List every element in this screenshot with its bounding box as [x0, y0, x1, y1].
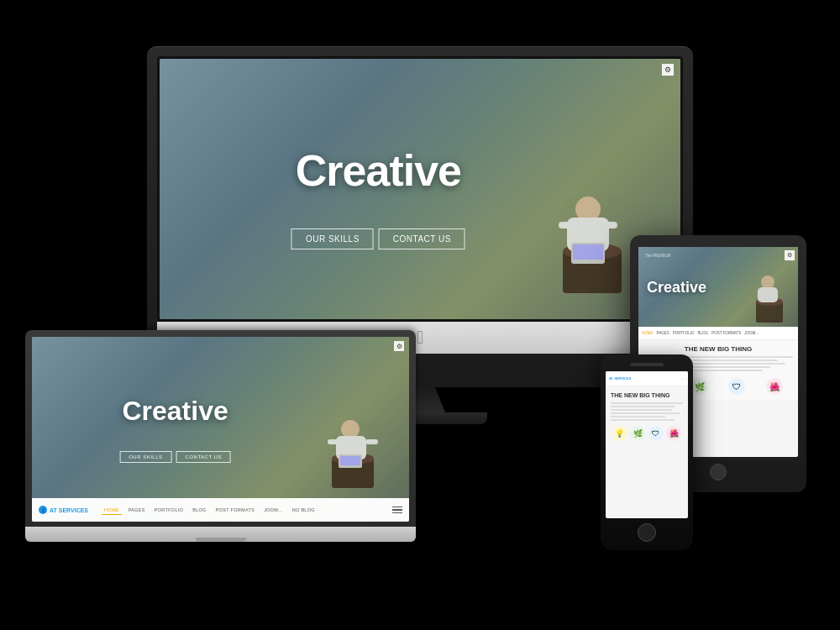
phone: AT SERVICES ··· THE NEW BIG THING	[601, 354, 693, 550]
laptop-nav-portfolio[interactable]: PORTFOLIO	[152, 506, 186, 515]
laptop-nav-noblog[interactable]: NO BLOG	[290, 506, 318, 515]
laptop-nav-pages[interactable]: PAGES	[126, 506, 148, 515]
phone-nav-dot: ···	[681, 376, 685, 381]
tablet-nav-portfolio[interactable]: PORTFOLIO	[673, 331, 695, 335]
tablet-nav-pages[interactable]: PAGES	[657, 331, 669, 335]
tablet-section-title: THE NEW BIG THING	[643, 345, 793, 353]
phone-screen: AT SERVICES ··· THE NEW BIG THING	[606, 371, 688, 518]
svg-point-10	[341, 420, 360, 438]
tablet-nav-postformats[interactable]: POST FORMATS	[711, 331, 741, 335]
phone-icon-shield: 🛡	[648, 426, 664, 441]
tablet-nav-home[interactable]: HOME	[642, 331, 654, 335]
laptop-screen: ⚙ Creative OUR SKILLS CONTACT US 👤 AT SE…	[32, 337, 409, 522]
desktop-contact-button[interactable]: CONTACT US	[379, 228, 465, 249]
tablet-gear-icon[interactable]: ⚙	[785, 250, 795, 260]
laptop-contact-button[interactable]: CONTACT US	[176, 451, 231, 463]
desktop-skills-button[interactable]: OUR SKILLS	[291, 228, 374, 249]
laptop-hero-person	[307, 387, 386, 488]
laptop: ⚙ Creative OUR SKILLS CONTACT US 👤 AT SE…	[25, 330, 416, 542]
desktop-hero-person	[521, 142, 638, 293]
tablet-home-button[interactable]	[710, 464, 727, 480]
tablet-nav-blog[interactable]: BLOG	[698, 331, 709, 335]
desktop-hero-buttons: OUR SKILLS CONTACT US	[291, 228, 465, 249]
phone-icon-light: 💡	[612, 426, 627, 441]
tablet-hero: The PREMIUM ⚙ Creative	[638, 247, 798, 327]
laptop-lid: ⚙ Creative OUR SKILLS CONTACT US 👤 AT SE…	[25, 330, 416, 527]
phone-section-title: THE NEW BIG THING	[611, 391, 683, 399]
tablet-icon-flower: 🌺	[766, 378, 783, 395]
svg-rect-19	[758, 287, 778, 302]
scene: ⚙ Creative OUR SKILLS CONTACT US 	[0, 0, 840, 630]
tablet-hero-person	[741, 255, 791, 323]
phone-nav-dots: ···	[681, 376, 685, 381]
laptop-navbar: 👤 AT SERVICES HOME PAGES PORTFOLIO BLOG …	[32, 498, 409, 522]
phone-outer: AT SERVICES ··· THE NEW BIG THING	[601, 354, 693, 550]
phone-text-line	[611, 406, 675, 407]
desktop-hero-title: Creative	[296, 145, 461, 196]
tablet-premium-badge: The PREMIUM	[645, 254, 670, 259]
phone-body: THE NEW BIG THING 💡 🌿 🛡 🌺	[606, 386, 688, 446]
phone-header: AT SERVICES ···	[606, 371, 688, 386]
laptop-navbar-links: HOME PAGES PORTFOLIO BLOG POST FORMATS J…	[102, 506, 318, 515]
laptop-logo-icon: 👤	[39, 506, 47, 514]
monitor-bezel: ⚙ Creative OUR SKILLS CONTACT US	[157, 56, 683, 322]
phone-home-button[interactable]	[638, 523, 656, 542]
phone-icons-row: 💡 🌿 🛡 🌺	[611, 426, 683, 441]
tablet-hero-title: Creative	[647, 278, 706, 296]
laptop-hero-buttons: OUR SKILLS CONTACT US	[119, 451, 231, 463]
tablet-nav-joomla[interactable]: JOOM...	[744, 331, 759, 335]
laptop-base	[25, 527, 416, 542]
laptop-navbar-logo: 👤 AT SERVICES	[39, 506, 88, 514]
desktop-screen: ⚙ Creative OUR SKILLS CONTACT US	[160, 59, 680, 319]
laptop-hero-title: Creative	[122, 396, 228, 427]
phone-logo: AT SERVICES	[609, 376, 631, 381]
svg-rect-15	[340, 456, 360, 465]
laptop-nav-blog[interactable]: BLOG	[190, 506, 208, 515]
svg-point-18	[761, 276, 774, 289]
phone-text-lines	[611, 402, 683, 421]
phone-text-line	[611, 409, 672, 411]
svg-rect-5	[601, 222, 617, 228]
laptop-nav-joomla[interactable]: JOOM...	[261, 506, 286, 515]
phone-icon-plant: 🌿	[630, 426, 645, 441]
laptop-skills-button[interactable]: OUR SKILLS	[119, 451, 171, 463]
phone-text-line	[611, 419, 675, 421]
phone-text-line	[611, 416, 665, 417]
laptop-hamburger-icon[interactable]	[392, 506, 402, 514]
desktop-gear-icon[interactable]: ⚙	[662, 64, 674, 76]
apple-logo-icon: 	[417, 327, 423, 349]
svg-rect-13	[365, 439, 378, 444]
svg-rect-4	[559, 222, 575, 228]
laptop-nav-home[interactable]: HOME	[102, 506, 122, 515]
tablet-icon-shield: 🛡	[728, 378, 745, 395]
tablet-icon-plant: 🌿	[691, 378, 708, 395]
svg-rect-7	[573, 244, 603, 260]
laptop-nav-postformats[interactable]: POST FORMATS	[213, 506, 257, 515]
phone-speaker	[630, 363, 664, 366]
phone-text-line	[611, 412, 680, 414]
phone-icon-flower: 🌺	[666, 426, 681, 441]
laptop-logo-text: AT SERVICES	[50, 507, 88, 513]
svg-rect-12	[328, 439, 340, 444]
laptop-gear-icon[interactable]: ⚙	[394, 341, 404, 351]
tablet-nav: HOME PAGES PORTFOLIO BLOG POST FORMATS J…	[638, 327, 798, 340]
phone-text-line	[611, 402, 683, 404]
